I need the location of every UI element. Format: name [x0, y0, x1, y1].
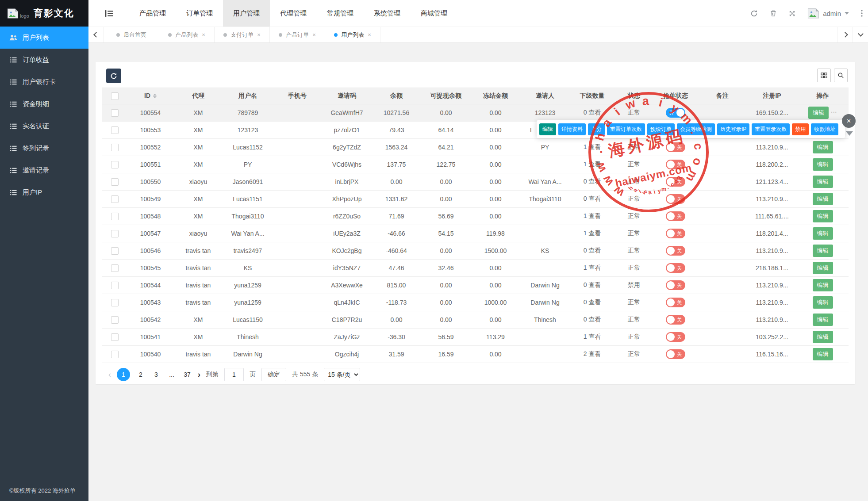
edit-button[interactable]: 编辑 — [813, 262, 833, 274]
table-refresh-button[interactable] — [106, 69, 121, 83]
row-checkbox[interactable] — [111, 282, 119, 289]
columns-toggle-button[interactable] — [817, 69, 831, 82]
goto-page-input[interactable] — [224, 368, 244, 381]
edit-button[interactable]: 编辑 — [813, 279, 833, 291]
tab-close-icon[interactable]: × — [257, 31, 261, 38]
view-link[interactable]: 查看 — [588, 281, 601, 288]
row-checkbox[interactable] — [111, 264, 119, 272]
nav-item[interactable]: 商城管理 — [411, 0, 457, 27]
row-checkbox[interactable] — [111, 126, 119, 134]
menu-collapse-icon[interactable] — [105, 0, 113, 27]
page-number[interactable]: 1 — [117, 368, 130, 381]
fullscreen-icon[interactable] — [789, 10, 795, 17]
grab-toggle[interactable]: 关 — [666, 142, 685, 152]
tab-close-icon[interactable]: × — [368, 31, 371, 38]
popup-action-button[interactable]: 重置登录次数 — [752, 123, 790, 135]
row-checkbox[interactable] — [111, 144, 119, 151]
edit-button[interactable]: 编辑 — [813, 158, 833, 171]
grab-toggle[interactable]: 关 — [666, 349, 685, 359]
sidebar-item[interactable]: 用户银行卡 — [0, 71, 88, 93]
scroll-down-indicator-icon[interactable] — [846, 131, 853, 136]
popup-action-button[interactable]: 编辑 — [539, 123, 556, 135]
row-checkbox[interactable] — [111, 230, 119, 237]
sidebar-item[interactable]: 用户列表 — [0, 27, 88, 49]
refresh-icon[interactable] — [750, 10, 758, 17]
edit-button[interactable]: 编辑 — [813, 176, 833, 188]
edit-button[interactable]: 编辑 — [813, 193, 833, 205]
popup-action-button[interactable]: 收款地址 — [811, 123, 838, 135]
popup-action-button[interactable]: 会员等级检测 — [677, 123, 715, 135]
view-link[interactable]: 查看 — [588, 109, 601, 116]
view-link[interactable]: 查看 — [588, 316, 601, 323]
tabs-menu-icon[interactable] — [853, 27, 868, 42]
more-actions-icon[interactable]: ··· — [831, 109, 837, 116]
edit-button[interactable]: 编辑 — [813, 314, 833, 326]
edit-button[interactable]: 编辑 — [813, 210, 833, 222]
nav-item[interactable]: 产品管理 — [129, 0, 176, 27]
row-checkbox[interactable] — [111, 109, 119, 117]
tab-close-icon[interactable]: × — [312, 31, 316, 38]
page-size-select[interactable]: 15 条/页 — [324, 368, 360, 381]
row-checkbox[interactable] — [111, 195, 119, 203]
row-checkbox[interactable] — [111, 247, 119, 255]
grab-toggle[interactable]: 关 — [666, 194, 685, 204]
popup-action-button[interactable]: 重置订单次数 — [607, 123, 645, 135]
grab-toggle[interactable]: 关 — [666, 246, 685, 256]
view-link[interactable]: 查看 — [588, 161, 601, 168]
popup-action-button[interactable]: 历史登录IP — [717, 123, 749, 135]
nav-item[interactable]: 订单管理 — [176, 0, 223, 27]
nav-item[interactable]: 用户管理 — [223, 0, 270, 27]
edit-button[interactable]: 编辑 — [813, 296, 833, 309]
popup-action-button[interactable]: 详情资料 — [558, 123, 586, 135]
popup-action-button[interactable]: 预设订单 — [647, 123, 675, 135]
view-link[interactable]: 查看 — [588, 264, 601, 271]
confirm-button[interactable]: 确定 — [261, 368, 286, 381]
search-toggle-button[interactable] — [834, 69, 848, 82]
view-link[interactable]: 查看 — [588, 178, 601, 185]
next-page-icon[interactable]: › — [198, 370, 200, 379]
row-checkbox[interactable] — [111, 316, 119, 324]
more-vertical-icon[interactable] — [861, 10, 863, 17]
tab[interactable]: 支付订单× — [215, 27, 270, 42]
sidebar-item[interactable]: 邀请记录 — [0, 159, 88, 181]
grab-toggle[interactable]: 关 — [666, 315, 685, 325]
close-icon[interactable]: × — [842, 114, 856, 128]
sidebar-item[interactable]: 用户IP — [0, 181, 88, 203]
sidebar-item[interactable]: 实名认证 — [0, 115, 88, 137]
edit-button[interactable]: 编辑 — [813, 331, 833, 343]
nav-item[interactable]: 常规管理 — [317, 0, 364, 27]
page-number[interactable]: 3 — [151, 371, 161, 378]
view-link[interactable]: 查看 — [588, 350, 601, 357]
sort-icon[interactable] — [153, 92, 157, 100]
grab-toggle[interactable]: 关 — [666, 263, 685, 273]
row-checkbox[interactable] — [111, 333, 119, 341]
grab-toggle[interactable]: 关 — [666, 298, 685, 307]
view-link[interactable]: 查看 — [588, 212, 601, 219]
edit-button[interactable]: 编辑 — [813, 245, 833, 257]
row-checkbox[interactable] — [111, 161, 119, 168]
grab-toggle[interactable]: 开 — [666, 108, 685, 118]
sidebar-item[interactable]: 资金明细 — [0, 93, 88, 115]
select-all-checkbox[interactable] — [111, 92, 119, 100]
grab-toggle[interactable]: 关 — [666, 332, 685, 342]
view-link[interactable]: 查看 — [588, 333, 601, 340]
edit-button[interactable]: 编辑 — [808, 107, 829, 119]
page-number[interactable]: 37 — [182, 371, 192, 378]
page-number[interactable]: 2 — [136, 371, 146, 378]
sidebar-item[interactable]: 签到记录 — [0, 137, 88, 159]
sidebar-item[interactable]: 订单收益 — [0, 49, 88, 71]
row-checkbox[interactable] — [111, 213, 119, 220]
row-checkbox[interactable] — [111, 178, 119, 186]
tabs-scroll-right-icon[interactable] — [837, 27, 853, 42]
popup-action-button[interactable]: 上分 — [588, 123, 605, 135]
nav-item[interactable]: 系统管理 — [364, 0, 411, 27]
user-menu[interactable]: admin — [807, 8, 849, 19]
tab[interactable]: 产品订单× — [270, 27, 325, 42]
view-link[interactable]: 查看 — [588, 298, 601, 306]
grab-toggle[interactable]: 关 — [666, 280, 685, 290]
tabs-scroll-left-icon[interactable] — [88, 27, 104, 42]
row-checkbox[interactable] — [111, 351, 119, 358]
trash-icon[interactable] — [770, 10, 777, 17]
tab[interactable]: 后台首页 — [104, 27, 159, 42]
prev-page-icon[interactable]: ‹ — [108, 370, 111, 379]
